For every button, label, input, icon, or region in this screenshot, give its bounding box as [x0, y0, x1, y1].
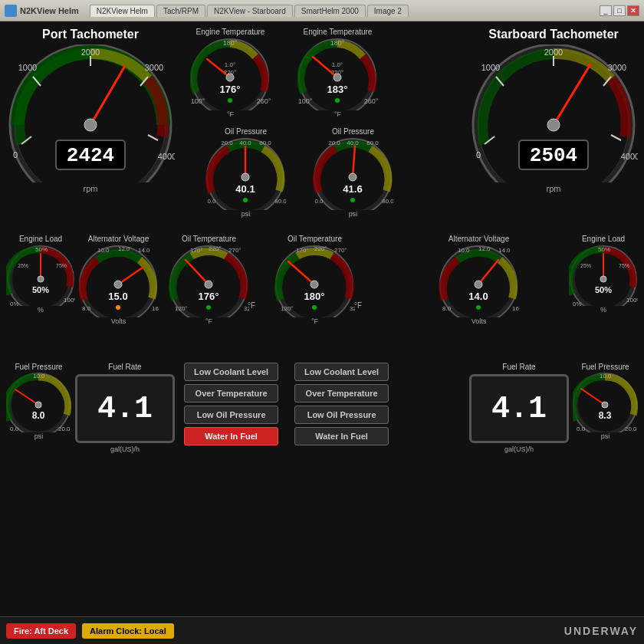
svg-text:100%: 100%: [626, 297, 638, 304]
svg-text:40.0: 40.0: [347, 140, 359, 146]
stbd-alarm-low-coolant[interactable]: Low Coolant Level: [294, 363, 389, 381]
tab-image[interactable]: Image 2: [367, 5, 409, 17]
port-engine-load: Engine Load 0% 50% 100% 25% 75% 50% %: [6, 235, 75, 314]
stbd-tach-title: Starboard Tachometer: [488, 28, 619, 41]
svg-text:8.0: 8.0: [442, 305, 452, 312]
tab-helm[interactable]: N2KView Helm: [90, 5, 155, 17]
svg-point-107: [206, 305, 211, 310]
tab-smarthelm[interactable]: SmartHelm 2000: [294, 5, 366, 17]
port-fuel-pressure-unit: psi: [34, 432, 44, 440]
stbd-oil-temp: Oil Temperature 120° 170° 220° 270° 320°…: [274, 235, 355, 325]
port-alarm-low-coolant[interactable]: Low Coolant Level: [184, 363, 278, 381]
port-oil-pressure-label: Oil Pressure: [225, 127, 267, 136]
port-alarm-over-temp[interactable]: Over Temperature: [184, 384, 278, 402]
svg-point-75: [350, 198, 355, 202]
svg-text:20.0: 20.0: [58, 426, 71, 432]
svg-text:0.0: 0.0: [577, 426, 586, 432]
svg-point-84: [38, 276, 44, 282]
port-tach-gauge: 0 1000 2000 3000 4000 2424: [6, 44, 175, 182]
stbd-alarm-low-oil[interactable]: Low Oil Pressure: [294, 406, 389, 424]
svg-point-116: [310, 281, 318, 288]
stbd-fuel-display: 4.1: [469, 374, 569, 443]
svg-text:3000: 3000: [145, 63, 163, 72]
tab-bar: N2KView Helm Tach/RPM N2KView - Starboar…: [90, 5, 409, 17]
svg-text:120°: 120°: [281, 305, 294, 312]
stbd-alarm-water-fuel[interactable]: Water In Fuel: [294, 427, 389, 445]
svg-text:0%: 0%: [573, 301, 582, 306]
svg-text:260°: 260°: [257, 97, 271, 105]
stbd-engine-temp: Engine Temperature 100° 180° 260° 1.0° 2…: [297, 28, 378, 118]
svg-text:20.0: 20.0: [625, 426, 637, 432]
svg-text:50%: 50%: [598, 246, 610, 253]
svg-text:0: 0: [13, 150, 18, 159]
port-fuel-pressure: Fuel Pressure 0.0 10.0 20.0 8.0 psi: [6, 363, 71, 440]
stbd-alarm-over-temp[interactable]: Over Temperature: [294, 384, 389, 402]
fire-status-badge[interactable]: Fire: Aft Deck: [6, 623, 76, 639]
svg-text:176°: 176°: [199, 291, 219, 302]
svg-text:0%: 0%: [10, 301, 19, 306]
svg-point-73: [349, 173, 356, 181]
svg-text:80.0: 80.0: [274, 198, 286, 205]
stbd-oil-pressure: Oil Pressure 0.0 20.0 40.0 60.0 80.0 41.…: [313, 127, 393, 218]
svg-point-96: [116, 305, 120, 310]
stbd-fuel-pressure-gauge: 0.0 10.0 20.0 8.3: [573, 373, 638, 432]
svg-text:10.0: 10.0: [33, 373, 45, 380]
port-oil-temp-unit: °F: [205, 317, 212, 325]
stbd-engine-temp-unit: °F: [334, 110, 341, 118]
minimize-button[interactable]: _: [600, 5, 612, 16]
svg-text:2504: 2504: [530, 144, 577, 167]
port-fuel-rate-value: 4.1: [97, 392, 153, 426]
svg-text:183°: 183°: [327, 84, 348, 95]
svg-text:15.0: 15.0: [108, 291, 127, 302]
stbd-alternator-unit: Volts: [472, 317, 487, 325]
svg-text:1000: 1000: [481, 63, 500, 72]
svg-text:25%: 25%: [18, 263, 28, 268]
stbd-alternator: Alternator Voltage 8.0 10.0 12.0 14.0 16…: [439, 235, 519, 325]
port-fuel-display: 4.1: [75, 374, 175, 443]
stbd-fuel-pressure-unit: psi: [601, 432, 610, 440]
port-tach-unit: rpm: [84, 184, 98, 193]
svg-text:4000: 4000: [621, 152, 638, 161]
close-button[interactable]: ✕: [627, 5, 639, 16]
tab-tach[interactable]: Tach/RPM: [156, 5, 205, 17]
svg-text:8.3: 8.3: [599, 410, 612, 421]
svg-text:120°: 120°: [175, 305, 188, 312]
svg-text:100%: 100%: [64, 297, 75, 304]
port-engine-temp-label: Engine Temperature: [196, 28, 265, 36]
port-fuel-pressure-label: Fuel Pressure: [15, 363, 62, 371]
stbd-oil-pressure-unit: psi: [349, 210, 358, 218]
port-oil-temp-label: Oil Temperature: [182, 235, 236, 243]
stbd-fuel-rate-value: 4.1: [491, 392, 547, 426]
title-bar: N2KView Helm N2KView Helm Tach/RPM N2KVi…: [5, 5, 600, 17]
port-alarm-water-fuel[interactable]: Water In Fuel: [184, 427, 278, 445]
svg-text:4000: 4000: [158, 152, 175, 161]
stbd-fuel-rate-container: Fuel Rate 4.1 gal(US)/h: [469, 363, 569, 453]
port-engine-temp: Engine Temperature 100° 180° 260° 1.0° 2…: [190, 28, 271, 118]
svg-text:260°: 260°: [364, 97, 378, 105]
svg-point-42: [228, 98, 232, 103]
svg-text:60.0: 60.0: [366, 140, 379, 146]
port-fuel-rate-container: Fuel Rate 4.1 gal(US)/h: [75, 363, 175, 453]
status-bar: Fire: Aft Deck Alarm Clock: Local UNDERW…: [0, 616, 644, 644]
stbd-engine-load-unit: %: [600, 306, 606, 314]
window-title: N2KView Helm: [20, 6, 79, 15]
window-controls[interactable]: _ □ ✕: [600, 5, 639, 16]
svg-text:50%: 50%: [35, 246, 48, 253]
stbd-fuel-pressure-label: Fuel Pressure: [581, 363, 629, 371]
svg-text:2000: 2000: [81, 48, 100, 57]
svg-point-127: [475, 281, 482, 288]
alarm-status-badge[interactable]: Alarm Clock: Local: [82, 623, 174, 639]
svg-text:20.0: 20.0: [328, 140, 340, 146]
svg-text:1.0°: 1.0°: [225, 61, 235, 68]
maximize-button[interactable]: □: [613, 5, 626, 16]
tab-starboard[interactable]: N2KView - Starboard: [207, 5, 293, 17]
port-alarm-low-oil[interactable]: Low Oil Pressure: [184, 406, 278, 424]
svg-text:40.0: 40.0: [239, 140, 251, 146]
stbd-engine-load-label: Engine Load: [582, 235, 625, 243]
svg-point-53: [335, 98, 340, 103]
svg-text:16.0: 16.0: [512, 305, 519, 312]
svg-text:25%: 25%: [580, 263, 591, 268]
svg-text:60.0: 60.0: [259, 140, 271, 146]
svg-text:220°: 220°: [314, 245, 327, 252]
port-oil-pressure: Oil Pressure 0.0 20.0 40.0 60.0 80.0 40.…: [205, 127, 286, 218]
